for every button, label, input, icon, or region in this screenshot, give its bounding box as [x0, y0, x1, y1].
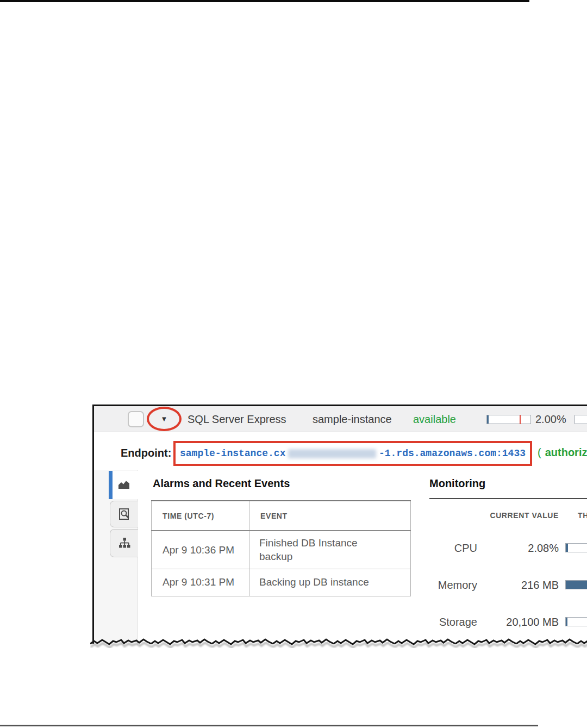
red-circle-annotation: ▼	[147, 407, 182, 431]
instance-checkbox[interactable]	[128, 411, 144, 427]
column-header-event: EVENT	[249, 501, 411, 531]
metric-bar	[565, 543, 587, 552]
instance-name: sample-instance	[313, 413, 392, 426]
active-tab-indicator	[109, 471, 113, 499]
column-header-time: TIME (UTC-7)	[152, 501, 249, 531]
red-rectangle-annotation: sample-instance.cx -1.rds.amazonaws.com:…	[173, 441, 532, 466]
metric-bar	[565, 580, 587, 589]
metric-value: 2.08%	[479, 542, 559, 555]
instance-row[interactable]: ▼ SQL Server Express sample-instance ava…	[94, 406, 587, 432]
metric-bar-fill	[566, 618, 567, 626]
preview-icon	[118, 507, 131, 521]
metric-value: 216 MB	[479, 579, 559, 592]
expand-arrow-icon[interactable]: ▼	[161, 415, 168, 423]
monitoring-row-storage: Storage 20,100 MB	[94, 614, 587, 631]
endpoint-host-prefix: sample-instance.cx	[180, 448, 285, 459]
metric-label: CPU	[429, 542, 477, 555]
authorized-text: authorize	[545, 446, 587, 458]
column-header-current-value: CURRENT VALUE	[479, 511, 559, 520]
metric-bar-fill	[566, 544, 568, 552]
page-top-rule	[0, 0, 529, 2]
alarms-section-title: Alarms and Recent Events	[153, 477, 290, 490]
monitoring-title-rule	[429, 498, 587, 499]
area-chart-icon	[117, 478, 131, 491]
metric-bar-fill	[566, 581, 587, 589]
metric-bar	[565, 617, 587, 626]
metric-label: Storage	[429, 616, 477, 629]
sidebar-tab-monitoring[interactable]	[109, 471, 139, 499]
document-page: ▼ SQL Server Express sample-instance ava…	[0, 0, 587, 728]
cpu-percent-text: 2.00%	[535, 413, 566, 426]
alarms-header-row: TIME (UTC-7) EVENT	[152, 501, 411, 531]
cpu-usage-bar	[486, 415, 531, 424]
second-usage-bar	[574, 415, 587, 424]
threshold-marker	[520, 415, 521, 424]
metric-label: Memory	[429, 579, 477, 592]
redacted-blur	[288, 449, 376, 458]
sidebar-tab-logs[interactable]	[110, 501, 138, 527]
cpu-usage-fill	[487, 415, 489, 424]
monitoring-row-cpu: CPU 2.08%	[94, 540, 587, 557]
monitoring-section-title: Monitoring	[429, 477, 485, 490]
authorized-status: (authorize	[538, 446, 587, 459]
page-bottom-rule	[0, 725, 538, 726]
engine-label: SQL Server Express	[188, 413, 286, 426]
endpoint-host-suffix: -1.rds.amazonaws.com:1433	[379, 448, 526, 459]
open-paren: (	[538, 446, 541, 458]
monitoring-row-memory: Memory 216 MB	[94, 577, 587, 594]
column-header-threshold-truncated: TH	[578, 511, 587, 520]
status-text: available	[413, 413, 456, 426]
metric-value: 20,100 MB	[479, 616, 559, 629]
rds-console-screenshot: ▼ SQL Server Express sample-instance ava…	[92, 405, 587, 644]
endpoint-label: Endpoint:	[121, 447, 171, 459]
